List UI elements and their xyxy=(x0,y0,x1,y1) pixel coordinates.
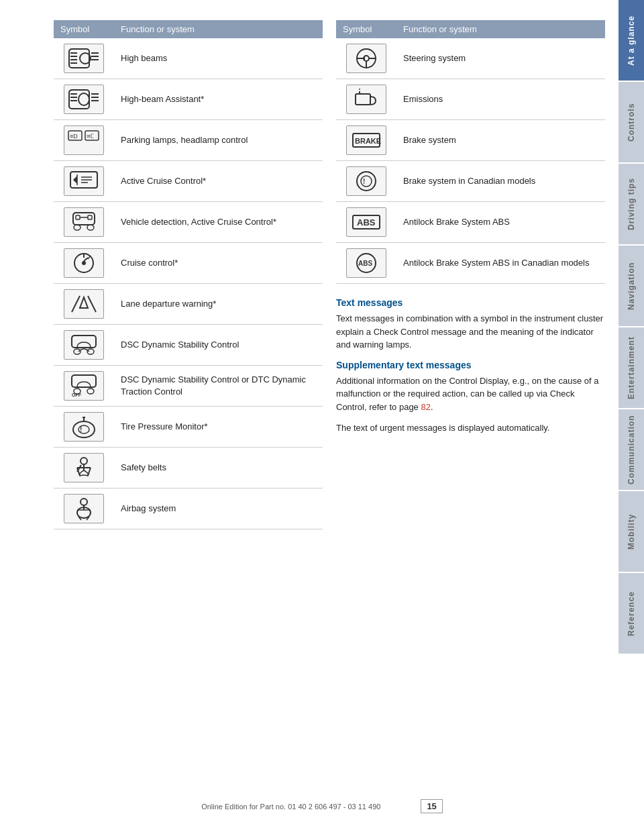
symbol-cell xyxy=(54,325,114,366)
page-ref-link[interactable]: 82 xyxy=(421,402,430,412)
function-label-brake-system: Brake system xyxy=(403,135,456,145)
symbol-icon-high-beams xyxy=(64,44,104,73)
symbol-cell xyxy=(54,448,114,489)
symbol-icon-steering: ! xyxy=(346,44,386,73)
svg-line-37 xyxy=(84,258,88,261)
function-cell: High-beam Assistant* xyxy=(114,79,323,120)
function-cell: Brake system in Canadian models xyxy=(396,161,605,202)
function-cell: Parking lamps, headlamp control xyxy=(114,120,323,161)
function-cell: Tire Pressure Monitor* xyxy=(114,407,323,448)
supplementary-title: Supplementary text messages xyxy=(336,360,605,370)
function-label-high-beams: High beams xyxy=(121,53,167,63)
svg-rect-29 xyxy=(88,215,92,219)
svg-point-42 xyxy=(74,349,80,354)
svg-point-43 xyxy=(87,349,94,354)
left-symbol-table: Symbol Function or system xyxy=(54,20,323,529)
symbol-icon-lane-departure xyxy=(64,289,104,319)
page-number: 15 xyxy=(421,799,442,813)
symbol-cell xyxy=(54,202,114,243)
function-cell: Active Cruise Control* xyxy=(114,161,323,202)
sidebar-tab-mobility[interactable]: Mobility xyxy=(619,491,644,572)
table-row: ! Tire Pressure Monitor* xyxy=(54,407,323,448)
svg-rect-28 xyxy=(76,215,80,219)
svg-text:ABS: ABS xyxy=(358,260,372,267)
function-label-airbag: Airbag system xyxy=(121,503,176,513)
function-cell: DSC Dynamic Stability Control or DTC Dyn… xyxy=(114,366,323,407)
table-row: DSC Dynamic Stability Control xyxy=(54,325,323,366)
table-row: Airbag system xyxy=(54,489,323,529)
columns-wrapper: Symbol Function or system xyxy=(54,20,605,529)
table-row: Vehicle detection, Active Cruise Control… xyxy=(54,202,323,243)
function-cell: Steering system xyxy=(396,38,605,79)
table-row: Safety belts xyxy=(54,448,323,489)
svg-text:≡ℂ: ≡ℂ xyxy=(87,133,94,140)
symbol-icon-high-beam-assistant xyxy=(64,85,104,114)
symbol-icon-dsc xyxy=(64,330,104,360)
right-col-symbol: Symbol xyxy=(336,20,396,38)
right-symbol-table: Symbol Function or system ! xyxy=(336,20,605,284)
symbol-cell: ! xyxy=(54,407,114,448)
table-row: High beams xyxy=(54,38,323,79)
sidebar-tab-navigation[interactable]: Navigation xyxy=(619,246,644,326)
svg-line-38 xyxy=(72,296,80,312)
symbol-cell xyxy=(336,79,396,120)
symbol-icon-emissions xyxy=(346,85,386,114)
function-label-steering: Steering system xyxy=(403,53,466,63)
symbol-cell xyxy=(54,79,114,120)
table-row: Lane departure warning* xyxy=(54,284,323,325)
svg-point-31 xyxy=(74,225,80,230)
svg-point-76 xyxy=(357,172,376,191)
svg-text:!: ! xyxy=(80,426,82,433)
table-row: OFF DSC Dynamic Stability Control or DTC… xyxy=(54,366,323,407)
symbol-cell: ≡D ≡ℂ xyxy=(54,120,114,161)
svg-point-59 xyxy=(80,499,87,505)
sidebar-tab-controls[interactable]: Controls xyxy=(619,82,644,162)
symbol-cell: ! xyxy=(336,161,396,202)
sidebar-tabs: At a glanceControlsDriving tipsNavigatio… xyxy=(619,0,644,820)
svg-text:BRAKE: BRAKE xyxy=(355,137,381,145)
text-messages-title: Text messages xyxy=(336,297,605,308)
symbol-icon-airbag xyxy=(64,494,104,523)
symbol-icon-brake-system: BRAKE xyxy=(346,125,386,155)
table-row: Emissions xyxy=(336,79,605,120)
svg-rect-27 xyxy=(73,213,95,225)
svg-point-54 xyxy=(80,458,87,464)
function-label-lane-departure: Lane departure warning* xyxy=(121,299,216,309)
sidebar-tab-at-a-glance[interactable]: At a glance xyxy=(619,0,644,81)
table-row: ABS Antilock Brake System ABS in Canadia… xyxy=(336,243,605,284)
symbol-icon-abs: ABS xyxy=(346,207,386,237)
function-cell: Vehicle detection, Active Cruise Control… xyxy=(114,202,323,243)
function-label-dsc-dtc: DSC Dynamic Stability Control or DTC Dyn… xyxy=(121,374,306,397)
svg-point-10 xyxy=(78,93,89,105)
function-cell: Antilock Brake System ABS in Canadian mo… xyxy=(396,243,605,284)
left-col-symbol: Symbol xyxy=(54,20,114,38)
function-cell: Cruise control* xyxy=(114,243,323,284)
svg-point-32 xyxy=(87,225,94,230)
svg-point-49 xyxy=(73,421,95,438)
svg-text:!: ! xyxy=(363,178,365,185)
page-container: Symbol Function or system xyxy=(0,0,644,820)
function-label-emissions: Emissions xyxy=(403,94,443,104)
symbol-icon-parking-lamps: ≡D ≡ℂ xyxy=(64,125,104,155)
function-label-dsc: DSC Dynamic Stability Control xyxy=(121,340,239,350)
sidebar-tab-communication[interactable]: Communication xyxy=(619,409,644,490)
function-label-abs-canadian: Antilock Brake System ABS in Canadian mo… xyxy=(403,258,589,268)
main-content: Symbol Function or system xyxy=(0,0,619,820)
table-row: ! Steering system xyxy=(336,38,605,79)
function-label-brake-canadian: Brake system in Canadian models xyxy=(403,176,535,186)
function-cell: Antilock Brake System ABS xyxy=(396,202,605,243)
symbol-cell xyxy=(54,161,114,202)
sidebar-tab-driving-tips[interactable]: Driving tips xyxy=(619,164,644,244)
table-row: BRAKE Brake system xyxy=(336,120,605,161)
sidebar-tab-entertainment[interactable]: Entertainment xyxy=(619,327,644,408)
function-cell: Lane departure warning* xyxy=(114,284,323,325)
svg-line-39 xyxy=(88,296,96,312)
left-column: Symbol Function or system xyxy=(54,20,323,529)
footer: Online Edition for Part no. 01 40 2 606 … xyxy=(0,799,644,813)
function-cell: DSC Dynamic Stability Control xyxy=(114,325,323,366)
svg-text:!: ! xyxy=(364,56,366,62)
table-row: High-beam Assistant* xyxy=(54,79,323,120)
function-label-safety-belts: Safety belts xyxy=(121,462,166,472)
sidebar-tab-reference[interactable]: Reference xyxy=(619,573,644,654)
function-label-active-cruise: Active Cruise Control* xyxy=(121,176,206,186)
